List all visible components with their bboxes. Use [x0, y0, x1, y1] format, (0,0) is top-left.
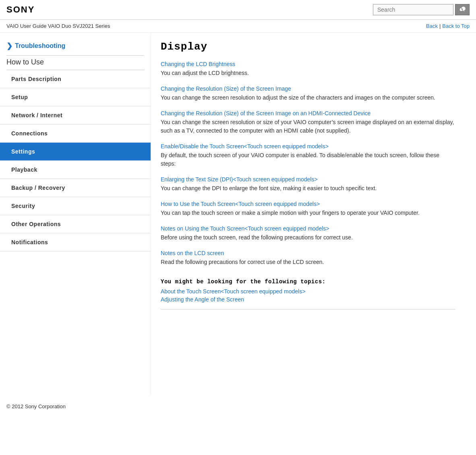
sidebar-item-security[interactable]: Security	[0, 197, 151, 215]
content-desc-notes-lcd: Read the following precautions for corre…	[161, 258, 455, 266]
sidebar-item-other-operations[interactable]: Other Operations	[0, 215, 151, 233]
troubleshooting-arrow-icon: ❯	[6, 42, 12, 50]
sidebar-items-container: Parts DescriptionSetupNetwork / Internet…	[0, 70, 151, 251]
content-link-notes-touch[interactable]: Notes on Using the Touch Screen<Touch sc…	[161, 225, 455, 232]
pipe-separator: |	[439, 23, 441, 29]
header: SONY	[0, 0, 476, 20]
content-desc-enlarge-text: You can change the DPI to enlarge the fo…	[161, 184, 455, 193]
search-icon	[459, 6, 466, 13]
looking-for-title: You might be looking for the following t…	[161, 278, 455, 285]
content-link-how-to-use-touch[interactable]: How to Use the Touch Screen<Touch screen…	[161, 201, 455, 207]
sidebar: ❯ Troubleshooting How to Use Parts Descr…	[0, 33, 151, 395]
sony-logo: SONY	[6, 4, 35, 15]
troubleshooting-link[interactable]: ❯ Troubleshooting	[6, 42, 144, 50]
looking-for-link-1[interactable]: Adjusting the Angle of the Screen	[161, 296, 455, 303]
how-to-use-heading: How to Use	[0, 56, 151, 70]
sidebar-item-network-internet[interactable]: Network / Internet	[0, 106, 151, 125]
content-desc-enable-touch: By default, the touch screen of your VAI…	[161, 151, 455, 168]
sidebar-item-settings[interactable]: Settings	[0, 143, 151, 161]
looking-for-link-0[interactable]: About the Touch Screen<Touch screen equi…	[161, 288, 455, 295]
content-section-enlarge-text: Enlarging the Text Size (DPI)<Touch scre…	[161, 176, 455, 193]
content-section-how-to-use-touch: How to Use the Touch Screen<Touch screen…	[161, 201, 455, 217]
content-desc-resolution-hdmi: You can change the screen resolution or …	[161, 118, 455, 135]
main-container: ❯ Troubleshooting How to Use Parts Descr…	[0, 33, 476, 395]
content-section-enable-touch: Enable/Disable the Touch Screen<Touch sc…	[161, 143, 455, 168]
search-input[interactable]	[373, 4, 453, 15]
content-sections: Changing the LCD BrightnessYou can adjus…	[161, 61, 455, 266]
content-link-resolution-hdmi[interactable]: Changing the Resolution (Size) of the Sc…	[161, 110, 455, 116]
search-button[interactable]	[455, 4, 470, 15]
content-section-resolution-size: Changing the Resolution (Size) of the Sc…	[161, 85, 455, 102]
content-link-resolution-size[interactable]: Changing the Resolution (Size) of the Sc…	[161, 85, 455, 92]
looking-for-links: About the Touch Screen<Touch screen equi…	[161, 288, 455, 303]
sidebar-item-backup-recovery[interactable]: Backup / Recovery	[0, 179, 151, 197]
footer: © 2012 Sony Corporation	[0, 395, 476, 418]
content-desc-resolution-size: You can change the screen resolution to …	[161, 93, 455, 102]
content-link-enable-touch[interactable]: Enable/Disable the Touch Screen<Touch sc…	[161, 143, 455, 150]
content-desc-notes-touch: Before using the touch screen, read the …	[161, 233, 455, 242]
content-area: Display Changing the LCD BrightnessYou c…	[151, 33, 465, 395]
back-to-top-link[interactable]: Back to Top	[442, 23, 470, 29]
copyright: © 2012 Sony Corporation	[6, 403, 66, 409]
breadcrumb: VAIO User Guide VAIO Duo SVJ2021 Series	[6, 23, 110, 29]
search-area	[373, 4, 470, 15]
content-link-notes-lcd[interactable]: Notes on the LCD screen	[161, 250, 455, 256]
sidebar-item-setup[interactable]: Setup	[0, 88, 151, 106]
content-section-lcd-brightness: Changing the LCD BrightnessYou can adjus…	[161, 61, 455, 77]
content-link-lcd-brightness[interactable]: Changing the LCD Brightness	[161, 61, 455, 67]
troubleshooting-label: Troubleshooting	[15, 42, 65, 50]
sidebar-item-notifications[interactable]: Notifications	[0, 233, 151, 251]
looking-for-section: You might be looking for the following t…	[161, 278, 455, 303]
content-link-enlarge-text[interactable]: Enlarging the Text Size (DPI)<Touch scre…	[161, 176, 455, 183]
content-desc-lcd-brightness: You can adjust the LCD brightness.	[161, 69, 455, 77]
content-section-notes-lcd: Notes on the LCD screenRead the followin…	[161, 250, 455, 266]
content-section-resolution-hdmi: Changing the Resolution (Size) of the Sc…	[161, 110, 455, 135]
sidebar-item-connections[interactable]: Connections	[0, 125, 151, 143]
breadcrumb-bar: VAIO User Guide VAIO Duo SVJ2021 Series …	[0, 20, 476, 33]
sidebar-item-playback[interactable]: Playback	[0, 161, 151, 179]
nav-links: Back | Back to Top	[426, 23, 470, 29]
back-link[interactable]: Back	[426, 23, 438, 29]
content-section-notes-touch: Notes on Using the Touch Screen<Touch sc…	[161, 225, 455, 242]
sidebar-troubleshooting-section: ❯ Troubleshooting	[0, 39, 151, 55]
content-desc-how-to-use-touch: You can tap the touch screen or make a s…	[161, 209, 455, 217]
content-bottom-divider	[161, 309, 455, 310]
sidebar-item-parts-description[interactable]: Parts Description	[0, 70, 151, 88]
page-title: Display	[161, 41, 455, 53]
